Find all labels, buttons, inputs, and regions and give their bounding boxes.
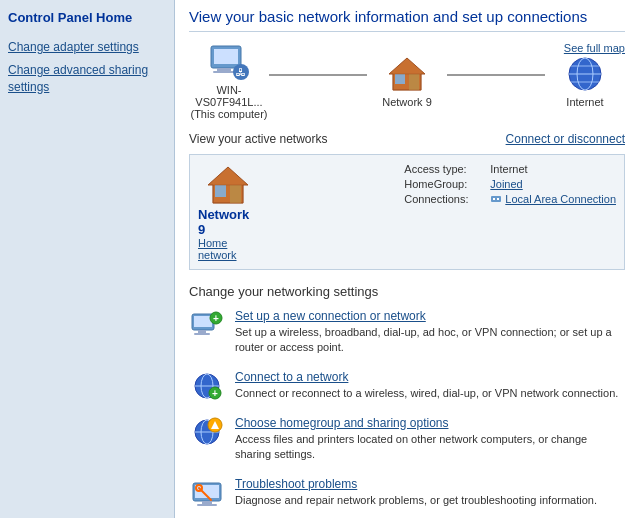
svg-rect-21 [497,198,499,200]
connections-value[interactable]: Local Area Connection [490,193,616,205]
change-settings-title: Change your networking settings [189,284,625,299]
svg-rect-40 [202,501,212,504]
network-card-icon: Network 9 Home network [198,163,258,261]
svg-rect-1 [214,49,238,64]
svg-rect-2 [217,68,231,71]
new-connection-icon: + [189,309,225,341]
connect-network-desc: Connect or reconnect to a wireless, wire… [235,387,618,399]
network-diagram: 🖧 WIN-VS07F941L...(This computer) Networ… [189,42,625,120]
svg-rect-23 [194,316,212,327]
svg-rect-7 [395,74,405,84]
access-type-row: Access type: Internet [404,163,616,175]
svg-text:🖧: 🖧 [236,67,246,78]
access-type-label: Access type: [404,163,484,175]
settings-item-troubleshoot: Troubleshoot problems Diagnose and repai… [189,477,625,509]
svg-text:+: + [212,388,218,399]
sidebar-link-advanced-sharing[interactable]: Change advanced sharing settings [8,62,166,96]
homegroup-label: HomeGroup: [404,178,484,190]
new-connection-text: Set up a new connection or network Set u… [235,309,625,356]
connector-1 [269,74,367,76]
connect-disconnect-link[interactable]: Connect or disconnect [506,132,625,146]
new-connection-link[interactable]: Set up a new connection or network [235,309,625,323]
connect-network-icon: + [189,370,225,402]
nic-icon [490,193,502,205]
main-content: View your basic network information and … [175,0,639,518]
svg-rect-19 [491,196,501,202]
network-label: Network 9 [382,96,432,108]
svg-rect-20 [493,198,495,200]
troubleshoot-link[interactable]: Troubleshoot problems [235,477,597,491]
svg-rect-25 [194,333,210,335]
network-node: Network 9 [367,54,447,108]
sidebar-title: Control Panel Home [8,10,166,25]
network-icon [383,54,431,94]
connector-2 [447,74,545,76]
troubleshoot-desc: Diagnose and repair network problems, or… [235,494,597,506]
internet-label: Internet [566,96,603,108]
network-type-link[interactable]: Home network [198,237,258,261]
network-card-name: Network 9 [198,207,258,237]
active-networks-header: View your active networks Connect or dis… [189,132,625,146]
svg-rect-8 [409,74,419,90]
connections-label: Connections: [404,193,484,205]
homegroup-row: HomeGroup: Joined [404,178,616,190]
connect-network-link[interactable]: Connect to a network [235,370,618,384]
svg-rect-3 [213,71,235,73]
new-connection-desc: Set up a wireless, broadband, dial-up, a… [235,326,612,353]
svg-text:+: + [213,313,219,324]
homegroup-link[interactable]: Choose homegroup and sharing options [235,416,625,430]
computer-label: WIN-VS07F941L...(This computer) [189,84,269,120]
svg-rect-24 [198,330,206,333]
access-type-value: Internet [490,163,527,175]
computer-node: 🖧 WIN-VS07F941L...(This computer) [189,42,269,120]
computer-icon: 🖧 [205,42,253,82]
see-full-map-link[interactable]: See full map [564,42,625,54]
homegroup-icon [189,416,225,448]
connections-row: Connections: Local Area Connection [404,193,616,205]
svg-rect-17 [230,185,241,203]
page-title: View your basic network information and … [189,8,625,32]
troubleshoot-icon [189,477,225,509]
homegroup-desc: Access files and printers located on oth… [235,433,587,460]
network-details: Access type: Internet HomeGroup: Joined … [404,163,616,261]
active-networks-label: View your active networks [189,132,328,146]
settings-item-connect-network: + Connect to a network Connect or reconn… [189,370,625,402]
settings-item-new-connection: + Set up a new connection or network Set… [189,309,625,356]
sidebar: Control Panel Home Change adapter settin… [0,0,175,518]
connect-network-text: Connect to a network Connect or reconnec… [235,370,618,401]
internet-icon [561,54,609,94]
svg-rect-16 [215,185,226,197]
troubleshoot-text: Troubleshoot problems Diagnose and repai… [235,477,597,508]
svg-rect-41 [197,504,217,506]
homegroup-text: Choose homegroup and sharing options Acc… [235,416,625,463]
settings-list: + Set up a new connection or network Set… [189,309,625,509]
network-card: Network 9 Home network Access type: Inte… [189,154,625,270]
settings-item-homegroup: Choose homegroup and sharing options Acc… [189,416,625,463]
internet-node: Internet [545,54,625,108]
sidebar-link-adapter[interactable]: Change adapter settings [8,39,166,56]
homegroup-value[interactable]: Joined [490,178,522,190]
